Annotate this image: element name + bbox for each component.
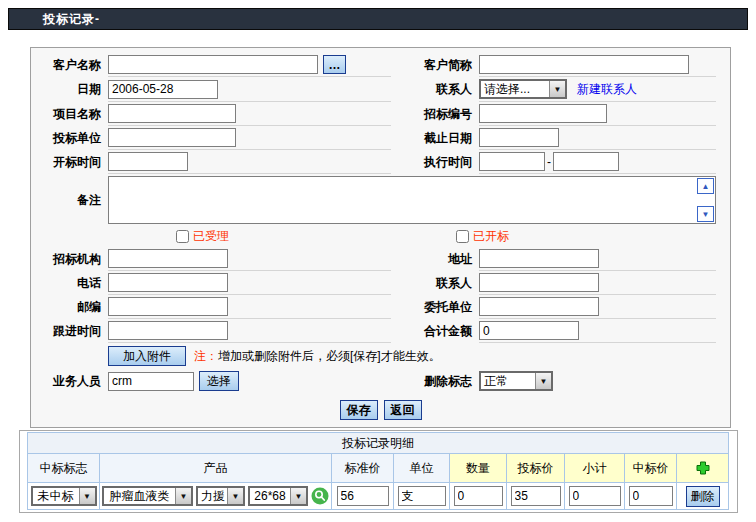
open-time-input[interactable]	[108, 152, 188, 171]
deadline-input[interactable]	[479, 128, 559, 147]
address-input[interactable]	[479, 249, 599, 268]
bid-form-panel: 客户名称 … 客户简称 日期 联系人 请选择... ▼ 新建联系人	[30, 47, 731, 428]
row-zip: 邮编 委托单位	[31, 295, 730, 319]
customer-alias-field	[479, 53, 716, 77]
customer-name-label: 客户名称	[31, 57, 108, 74]
row-follow: 跟进时间 合计金额	[31, 319, 730, 343]
row-date-contact: 日期 联系人 请选择... ▼ 新建联系人	[31, 77, 730, 102]
contact-select[interactable]: 请选择... ▼	[479, 79, 567, 99]
product-brand-select[interactable]: 力援 ▼	[196, 486, 245, 506]
delete-row-button[interactable]: 删除	[686, 486, 720, 507]
contact-label: 联系人	[391, 81, 479, 98]
contact-field: 请选择... ▼ 新建联系人	[479, 77, 716, 102]
product-category-value: 肿瘤血液类	[104, 488, 175, 504]
phone-input[interactable]	[108, 273, 228, 292]
add-attachment-button[interactable]: 加入附件	[108, 346, 186, 366]
total-amount-input[interactable]	[479, 321, 579, 340]
header-bid-price: 投标价	[507, 454, 565, 483]
sales-person-field: 选择	[108, 369, 391, 393]
product-spec-select[interactable]: 26*68 ▼	[248, 486, 308, 506]
quantity-cell	[450, 483, 507, 510]
delete-flag-label: 删除标志	[391, 373, 479, 390]
zipcode-label: 邮编	[31, 299, 108, 316]
entrust-unit-label: 委托单位	[391, 299, 479, 316]
row-attachment: 加入附件 注：增加或删除附件后，必须[保存]才能生效。	[31, 343, 730, 369]
header-product: 产品	[100, 454, 332, 483]
bid-price-input[interactable]	[511, 486, 561, 506]
bid-number-input[interactable]	[479, 104, 607, 123]
new-contact-link[interactable]: 新建联系人	[577, 81, 637, 98]
sales-select-button[interactable]: 选择	[199, 371, 239, 391]
date-input[interactable]	[108, 80, 218, 99]
chevron-down-icon: ▼	[175, 488, 191, 504]
accepted-checkbox[interactable]	[176, 230, 189, 243]
opened-checkbox[interactable]	[456, 230, 469, 243]
sales-person-label: 业务人员	[31, 373, 108, 390]
chevron-down-icon: ▼	[549, 81, 565, 97]
attachment-note-text: 增加或删除附件后，必须[保存]才能生效。	[218, 349, 441, 363]
remark-textarea[interactable]	[108, 176, 716, 224]
contact2-input[interactable]	[479, 273, 599, 292]
deadline-label: 截止日期	[391, 130, 479, 147]
bid-number-label: 招标编号	[391, 106, 479, 123]
bid-unit-input[interactable]	[108, 128, 236, 147]
exec-time-start-input[interactable]	[479, 152, 545, 171]
scroll-up-icon[interactable]: ▲	[697, 178, 714, 194]
detail-table-panel: 投标记录明细 中标标志 产品 标准价 单位 数量 投标价 小计 中标价	[19, 430, 738, 513]
accepted-flag: 已受理	[31, 228, 391, 245]
sales-person-input[interactable]	[108, 372, 194, 391]
customer-alias-input[interactable]	[479, 55, 689, 74]
customer-browse-button[interactable]: …	[323, 55, 346, 74]
add-row-icon[interactable]	[696, 461, 710, 475]
scroll-down-icon[interactable]: ▼	[697, 206, 714, 222]
win-price-input[interactable]	[629, 486, 673, 506]
subtotal-input[interactable]	[569, 486, 621, 506]
save-button[interactable]: 保存	[340, 400, 378, 420]
standard-price-input[interactable]	[337, 486, 389, 506]
opened-flag: 已开标	[391, 228, 730, 245]
follow-time-input[interactable]	[108, 321, 228, 340]
header-win-price: 中标价	[625, 454, 677, 483]
quantity-input[interactable]	[454, 486, 503, 506]
project-name-input[interactable]	[108, 104, 236, 123]
address-label: 地址	[391, 251, 479, 268]
bid-unit-label: 投标单位	[31, 130, 108, 147]
exec-time-end-input[interactable]	[553, 152, 619, 171]
detail-data-row: 未中标 ▼ 肿瘤血液类 ▼ 力援 ▼	[28, 483, 729, 510]
exec-time-field: -	[479, 150, 716, 174]
row-flags: 已受理 已开标	[31, 226, 730, 247]
remark-label: 备注	[31, 192, 108, 209]
accepted-label: 已受理	[193, 228, 229, 245]
row-actions: 保存 返回	[31, 397, 730, 423]
delete-flag-select[interactable]: 正常 ▼	[479, 371, 553, 391]
product-search-icon[interactable]	[311, 487, 329, 505]
row-remark: 备注 ▲ ▼	[31, 174, 730, 226]
header-win-flag: 中标标志	[28, 454, 100, 483]
agency-input[interactable]	[108, 249, 228, 268]
back-button[interactable]: 返回	[384, 400, 422, 420]
win-flag-select[interactable]: 未中标 ▼	[31, 486, 97, 506]
open-time-field	[108, 150, 391, 174]
subtotal-cell	[565, 483, 625, 510]
row-phone: 电话 联系人	[31, 271, 730, 295]
product-category-select[interactable]: 肿瘤血液类 ▼	[102, 486, 193, 506]
attachment-note: 注：增加或删除附件后，必须[保存]才能生效。	[194, 348, 441, 365]
contact2-field	[479, 271, 716, 295]
page-title-text: 投标记录-	[43, 12, 100, 26]
win-flag-cell: 未中标 ▼	[28, 483, 100, 510]
row-sales: 业务人员 选择 删除标志 正常 ▼	[31, 369, 730, 393]
header-add-column	[677, 454, 729, 483]
unit-input[interactable]	[398, 486, 446, 506]
date-label: 日期	[31, 81, 108, 98]
open-time-label: 开标时间	[31, 154, 108, 171]
bid-number-field	[479, 102, 716, 126]
date-field	[108, 77, 391, 102]
agency-label: 招标机构	[31, 251, 108, 268]
product-cell: 肿瘤血液类 ▼ 力援 ▼ 26*68 ▼	[100, 483, 332, 510]
zipcode-input[interactable]	[108, 297, 228, 316]
attachment-field: 加入附件 注：增加或删除附件后，必须[保存]才能生效。	[108, 343, 441, 369]
entrust-unit-input[interactable]	[479, 297, 599, 316]
row-times: 开标时间 执行时间 -	[31, 150, 730, 174]
row-customer: 客户名称 … 客户简称	[31, 53, 730, 77]
customer-name-input[interactable]	[108, 55, 318, 74]
